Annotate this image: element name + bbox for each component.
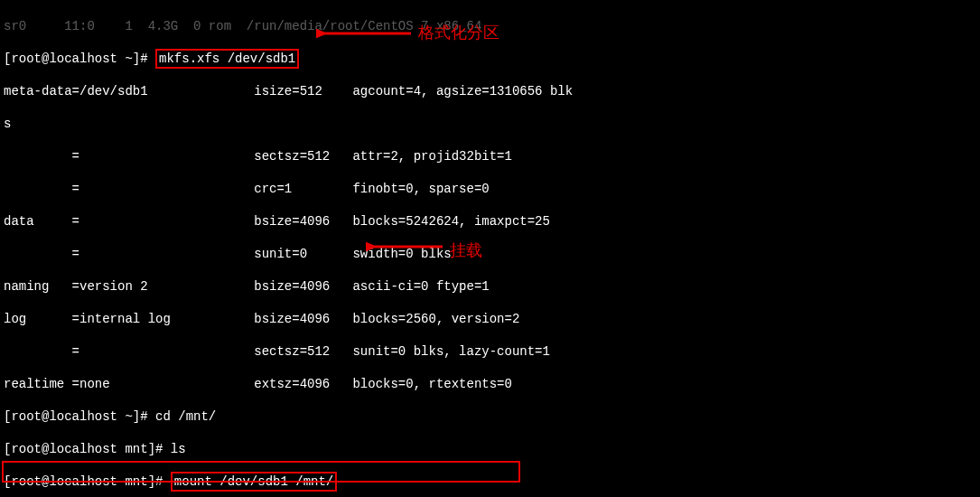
highlight-mount-cmd: mount /dev/sdb1 /mnt/ (171, 472, 337, 492)
highlight-mkfs-cmd: mkfs.xfs /dev/sdb1 (155, 49, 299, 69)
terminal-output: sr0 11:0 1 4.3G 0 rom /run/media/root/Ce… (4, 2, 976, 497)
line-cd: [root@localhost ~]# cd /mnt/ (4, 408, 976, 425)
mkfs-output-6: naming =version 2 bsize=4096 ascii-ci=0 … (4, 278, 976, 295)
mkfs-output-8: = sectsz=512 sunit=0 blks, lazy-count=1 (4, 343, 976, 360)
line-cmd-mkfs: [root@localhost ~]# mkfs.xfs /dev/sdb1 (4, 51, 976, 67)
mkfs-output-9: realtime =none extsz=4096 blocks=0, rtex… (4, 376, 976, 392)
line-cmd-mount: [root@localhost mnt]# mount /dev/sdb1 /m… (4, 474, 976, 490)
line-ls: [root@localhost mnt]# ls (4, 441, 976, 457)
line-top-partial: sr0 11:0 1 4.3G 0 rom /run/media/root/Ce… (4, 18, 976, 34)
mkfs-output-1: s (4, 116, 976, 132)
mkfs-output-0: meta-data=/dev/sdb1 isize=512 agcount=4,… (4, 83, 976, 99)
mkfs-output-3: = crc=1 finobt=0, sparse=0 (4, 181, 976, 197)
mkfs-output-4: data = bsize=4096 blocks=5242624, imaxpc… (4, 213, 976, 230)
mkfs-output-2: = sectsz=512 attr=2, projid32bit=1 (4, 148, 976, 164)
mkfs-output-5: = sunit=0 swidth=0 blks (4, 246, 976, 262)
mkfs-output-7: log =internal log bsize=4096 blocks=2560… (4, 311, 976, 327)
